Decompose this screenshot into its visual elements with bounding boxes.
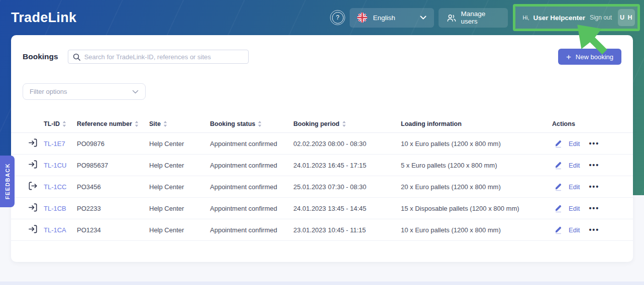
- chevron-down-icon: [132, 90, 139, 94]
- more-actions-icon[interactable]: •••: [589, 183, 599, 191]
- card-toolbar: Bookings + New booking: [11, 35, 633, 65]
- header-actions: ? English: [332, 4, 640, 31]
- booking-period-cell: 02.02.2023 08:00 - 08:30: [293, 140, 401, 148]
- loading-information-cell: 10 x Euro pallets (1200 x 800 mm): [401, 226, 552, 234]
- booking-period-cell: 25.01.2023 07:30 - 08:30: [293, 183, 401, 191]
- chevron-down-icon: [420, 16, 426, 20]
- booking-period-cell: 24.01.2023 16:45 - 17:15: [293, 162, 401, 169]
- site-cell: Help Center: [149, 140, 210, 148]
- filter-options-dropdown[interactable]: Filter options: [23, 83, 146, 100]
- new-booking-label: New booking: [576, 53, 613, 61]
- column-header-booking-status[interactable]: Booking status: [210, 120, 293, 127]
- edit-pencil-icon[interactable]: [554, 204, 563, 213]
- table-row: TL-1CA PO1234 Help Center Appointment co…: [11, 219, 633, 241]
- bottom-strip: [0, 281, 644, 285]
- site-cell: Help Center: [149, 162, 210, 169]
- tl-id-link[interactable]: TL-1CU: [44, 162, 77, 169]
- avatar: U H: [618, 9, 635, 26]
- tradelink-logo: TradeLink: [11, 10, 76, 26]
- sort-icon[interactable]: [62, 121, 66, 127]
- edit-pencil-icon[interactable]: [554, 139, 563, 148]
- search-field-wrapper: [68, 50, 249, 64]
- edit-pencil-icon[interactable]: [554, 161, 563, 170]
- tl-id-link[interactable]: TL-1E7: [44, 140, 77, 148]
- edit-button[interactable]: Edit: [569, 162, 580, 169]
- edit-button[interactable]: Edit: [569, 183, 580, 191]
- outbound-arrow-icon: [28, 181, 44, 193]
- help-icon[interactable]: ?: [332, 12, 344, 24]
- actions-cell: Edit •••: [552, 161, 627, 170]
- edit-button[interactable]: Edit: [569, 205, 580, 212]
- table-row: TL-1CU PO985637 Help Center Appointment …: [11, 155, 633, 176]
- column-header-loading-information: Loading information: [401, 120, 552, 127]
- booking-period-cell: 23.01.2023 10:45 - 11:15: [293, 226, 401, 234]
- users-icon: [446, 13, 457, 23]
- inbound-arrow-icon: [28, 224, 44, 236]
- edit-pencil-icon[interactable]: [554, 182, 563, 191]
- user-menu[interactable]: Hi, User Helpcenter Sign out U H: [515, 7, 637, 29]
- feedback-tab[interactable]: FEEDBACK: [0, 156, 15, 207]
- user-name: User Helpcenter: [533, 14, 585, 22]
- inbound-arrow-icon: [28, 202, 44, 214]
- actions-cell: Edit •••: [552, 182, 627, 191]
- sort-icon[interactable]: [163, 121, 167, 127]
- site-cell: Help Center: [149, 183, 210, 191]
- actions-cell: Edit •••: [552, 139, 627, 148]
- inbound-arrow-icon: [28, 159, 44, 171]
- booking-status-cell: Appointment confirmed: [210, 226, 293, 234]
- sort-icon[interactable]: [135, 121, 139, 127]
- sort-icon[interactable]: [258, 121, 262, 127]
- site-cell: Help Center: [149, 226, 210, 234]
- tl-id-link[interactable]: TL-1CB: [44, 205, 77, 212]
- language-selector[interactable]: English: [350, 8, 434, 28]
- reference-number-cell: PO1234: [77, 226, 149, 234]
- edit-button[interactable]: Edit: [569, 140, 580, 148]
- more-actions-icon[interactable]: •••: [589, 204, 599, 212]
- more-actions-icon[interactable]: •••: [589, 161, 599, 169]
- site-cell: Help Center: [149, 205, 210, 212]
- column-header-site[interactable]: Site: [149, 120, 210, 127]
- booking-status-cell: Appointment confirmed: [210, 162, 293, 169]
- column-header-booking-period[interactable]: Booking period: [293, 120, 401, 127]
- booking-status-cell: Appointment confirmed: [210, 183, 293, 191]
- bookings-card: Bookings + New booking Filter options TL…: [11, 35, 633, 262]
- filter-options-label: Filter options: [30, 88, 67, 95]
- tutorial-highlight-frame: Hi, User Helpcenter Sign out U H: [513, 4, 640, 31]
- loading-information-cell: 15 x Disposable pallets (1200 x 800 mm): [401, 205, 552, 212]
- more-actions-icon[interactable]: •••: [589, 226, 599, 234]
- feedback-label: FEEDBACK: [5, 163, 11, 199]
- search-icon: [72, 53, 81, 61]
- booking-status-cell: Appointment confirmed: [210, 205, 293, 212]
- manage-users-label: Manage users: [461, 10, 500, 25]
- table-header-row: TL-ID Reference number Site Booking stat…: [11, 115, 633, 133]
- edit-pencil-icon[interactable]: [554, 225, 563, 234]
- uk-flag-icon: [357, 13, 367, 23]
- sort-icon[interactable]: [342, 121, 346, 127]
- table-row: TL-1E7 PO09876 Help Center Appointment c…: [11, 133, 633, 155]
- tl-id-link[interactable]: TL-1CA: [44, 226, 77, 234]
- new-booking-button[interactable]: + New booking: [558, 49, 621, 65]
- loading-information-cell: 5 x Euro pallets (1200 x 800 mm): [401, 162, 552, 169]
- page-title: Bookings: [23, 52, 58, 61]
- table-row: TL-1CB PO2233 Help Center Appointment co…: [11, 198, 633, 219]
- table-row: TL-1CC PO3456 Help Center Appointment co…: [11, 176, 633, 198]
- sign-out-link[interactable]: Sign out: [590, 14, 612, 21]
- column-header-reference-number[interactable]: Reference number: [77, 120, 149, 127]
- loading-information-cell: 20 x Euro pallets (1200 x 800 mm): [401, 183, 552, 191]
- language-label: English: [373, 14, 395, 22]
- booking-period-cell: 24.01.2023 13:45 - 14:45: [293, 205, 401, 212]
- inbound-arrow-icon: [28, 137, 44, 150]
- reference-number-cell: PO2233: [77, 205, 149, 212]
- booking-status-cell: Appointment confirmed: [210, 140, 293, 148]
- more-actions-icon[interactable]: •••: [589, 139, 599, 148]
- column-header-actions: Actions: [552, 120, 627, 127]
- loading-information-cell: 10 x Euro pallets (1200 x 800 mm): [401, 140, 552, 148]
- search-input[interactable]: [68, 50, 249, 64]
- manage-users-button[interactable]: Manage users: [439, 8, 508, 28]
- app-header: TradeLink ? English: [0, 0, 644, 35]
- tl-id-link[interactable]: TL-1CC: [44, 183, 77, 191]
- reference-number-cell: PO09876: [77, 140, 149, 148]
- edit-button[interactable]: Edit: [569, 226, 580, 234]
- column-header-tl-id[interactable]: TL-ID: [44, 120, 77, 127]
- actions-cell: Edit •••: [552, 225, 627, 234]
